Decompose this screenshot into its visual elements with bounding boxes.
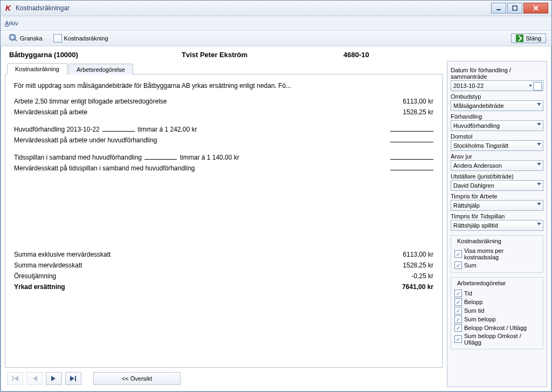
record-nav: << Översikt	[5, 368, 443, 387]
tab-kostnadsrakning[interactable]: Kostnadsräkning	[7, 63, 67, 74]
label-tptidspillan: Timpris för Tidspillan	[451, 213, 543, 219]
chevron-down-icon	[537, 203, 541, 205]
content-area: Kostnadsräkning Arbetsredogörelse För mi…	[1, 61, 551, 391]
toolbar-kostnadsrakning-label: Kostnadsräkning	[64, 35, 108, 42]
chk-tid[interactable]: ✓Tid	[454, 290, 540, 297]
tabs: Kostnadsräkning Arbetsredogörelse	[5, 61, 443, 74]
menu-arkiv[interactable]: Arkiv	[5, 20, 18, 26]
label-utstallare: Utställare (jurist/biträde)	[451, 173, 543, 180]
close-panel-button[interactable]: Stäng	[511, 33, 546, 43]
sum-moms-amount: 1528,25 kr	[369, 260, 433, 271]
chk-sum[interactable]: ✓Sum	[454, 262, 540, 269]
chevron-down-icon	[529, 85, 532, 87]
toolbar: Granska Kostnadsräkning Stäng	[1, 31, 551, 46]
row-moms-huvud-label: Mervärdesskatt på arbete under huvudförh…	[14, 135, 369, 146]
document-icon	[53, 34, 62, 43]
nav-first-button[interactable]	[7, 372, 23, 385]
sum-excl-label: Summa exklusive mervärdesskatt	[14, 249, 369, 260]
chk-sumtid[interactable]: ✓Sum tid	[454, 307, 540, 314]
oresutjamning-amount: -0,25 kr	[369, 271, 433, 281]
client-name: Båtbyggarna (10000)	[9, 51, 182, 59]
row-moms-arbete-amount: 1528,25 kr	[369, 107, 433, 118]
left-column: Kostnadsräkning Arbetsredogörelse För mi…	[5, 61, 443, 387]
ansvjur-select[interactable]: Anders Andersson	[451, 160, 543, 171]
label-datum: Datum för förhandling / sammanträde	[451, 67, 543, 80]
doc-intro: För mitt uppdrag som målsägandebiträde f…	[14, 81, 433, 91]
maximize-button[interactable]	[507, 3, 522, 13]
date-input[interactable]: 2013-10-22	[451, 80, 543, 91]
label-forhandling: Förhandling	[451, 113, 543, 120]
row-arbete-amount: 6113,00 kr	[369, 96, 433, 107]
toolbar-kostnadsrakning[interactable]: Kostnadsräkning	[50, 33, 112, 44]
minimize-button[interactable]	[491, 3, 506, 13]
oversikt-button[interactable]: << Översikt	[93, 372, 181, 385]
svg-rect-1	[513, 6, 517, 10]
chevron-down-icon	[537, 223, 541, 225]
row-huvudforhandling-label: Huvudförhandling 2013-10-22 timmar á 1 2…	[14, 124, 369, 135]
magnifier-icon	[9, 34, 18, 43]
chk-sumbelopp-omkost[interactable]: ✓Sum belopp Omkost / Utlägg	[454, 333, 540, 346]
svg-marker-4	[14, 376, 18, 381]
nav-prev-button[interactable]	[26, 372, 43, 385]
row-tidspillan-amount	[369, 152, 433, 163]
case-number: 4680-10	[343, 51, 543, 59]
toolbar-granska-label: Granska	[20, 35, 43, 42]
app-window: K Kostnadsräkningar Arkiv Granska Kostna…	[0, 0, 552, 392]
label-ansvjur: Ansv jur	[451, 153, 543, 160]
sum-excl-amount: 6113,00 kr	[369, 249, 433, 260]
side-panel: Datum för förhandling / sammanträde 2013…	[447, 61, 547, 387]
svg-marker-7	[51, 376, 56, 381]
chevron-down-icon	[537, 143, 541, 146]
chevron-down-icon	[537, 123, 541, 126]
case-name: Tvist Peter Ekström	[182, 51, 343, 59]
tparbete-select[interactable]: Rättshjälp	[451, 200, 543, 211]
label-domstol: Domstol	[451, 133, 543, 140]
svg-rect-5	[12, 376, 13, 381]
chk-visa-moms[interactable]: ✓Visa moms per kostnadsslag	[454, 247, 540, 260]
label-ombudstyp: Ombudstyp	[451, 93, 543, 100]
row-moms-tidspillan-amount	[369, 163, 433, 174]
chk-sumbelopp[interactable]: ✓Sum belopp	[454, 315, 540, 323]
window-title: Kostnadsräkningar	[16, 4, 70, 12]
domstol-select[interactable]: Stockholms Tingsrätt	[451, 140, 543, 151]
sum-moms-label: Summa mervärdesskatt	[14, 260, 369, 271]
svg-marker-6	[33, 376, 37, 381]
app-icon: K	[4, 4, 12, 12]
row-tidspillan-label: Tidsspillan i samband med huvudförhandli…	[14, 152, 369, 163]
yrkad-label: Yrkad ersättning	[14, 281, 369, 292]
chevron-down-icon	[537, 163, 541, 166]
group-arbetsredogorelse-legend: Arbetsredogörelse	[456, 280, 507, 286]
document-view: För mitt uppdrag som målsägandebiträde f…	[5, 74, 443, 368]
label-tparbete: Timpris för Arbete	[451, 193, 543, 200]
group-kostnadsrakning: Kostnadsräkning ✓Visa moms per kostnadss…	[451, 235, 543, 273]
nav-last-button[interactable]	[65, 372, 81, 385]
row-moms-arbete-label: Mervärdesskatt på arbete	[14, 107, 369, 118]
row-arbete-label: Arbete 2,50 timmar enligt bifogade arbet…	[14, 96, 369, 107]
exit-icon	[516, 35, 523, 42]
group-arbetsredogorelse: Arbetsredogörelse ✓Tid ✓Belopp ✓Sum tid …	[451, 277, 543, 349]
toolbar-granska[interactable]: Granska	[6, 33, 46, 44]
oresutjamning-label: Öresutjämning	[14, 271, 369, 281]
row-moms-huvud-amount	[369, 135, 433, 146]
utstallare-select[interactable]: David Dahlgren	[451, 180, 543, 191]
case-header: Båtbyggarna (10000) Tvist Peter Ekström …	[1, 46, 551, 61]
chevron-down-icon	[537, 183, 541, 185]
ombudstyp-select[interactable]: Målsägandebiträde	[451, 100, 543, 111]
tab-arbetsredogorelse[interactable]: Arbetsredogörelse	[68, 64, 133, 74]
chk-belopp[interactable]: ✓Belopp	[454, 298, 540, 306]
titlebar: K Kostnadsräkningar	[1, 1, 551, 16]
nav-next-button[interactable]	[46, 372, 62, 385]
row-huvudforhandling-amount	[369, 124, 433, 135]
calendar-icon	[533, 82, 542, 91]
forhandling-select[interactable]: Huvudförhandling	[451, 120, 543, 131]
close-panel-label: Stäng	[526, 35, 541, 42]
chk-belopp-omkost[interactable]: ✓Belopp Omkost / Utlägg	[454, 324, 540, 332]
row-moms-tidspillan-label: Mervärdesskatt på tidsspillan i samband …	[14, 163, 369, 174]
date-value: 2013-10-22	[453, 82, 484, 89]
window-controls	[491, 3, 548, 13]
group-kostnadsrakning-legend: Kostnadsräkning	[456, 238, 503, 244]
close-button[interactable]	[523, 3, 548, 13]
svg-marker-8	[70, 376, 74, 381]
svg-rect-9	[75, 376, 76, 381]
tptidspillan-select[interactable]: Rättshjälp spilltid	[451, 220, 543, 231]
